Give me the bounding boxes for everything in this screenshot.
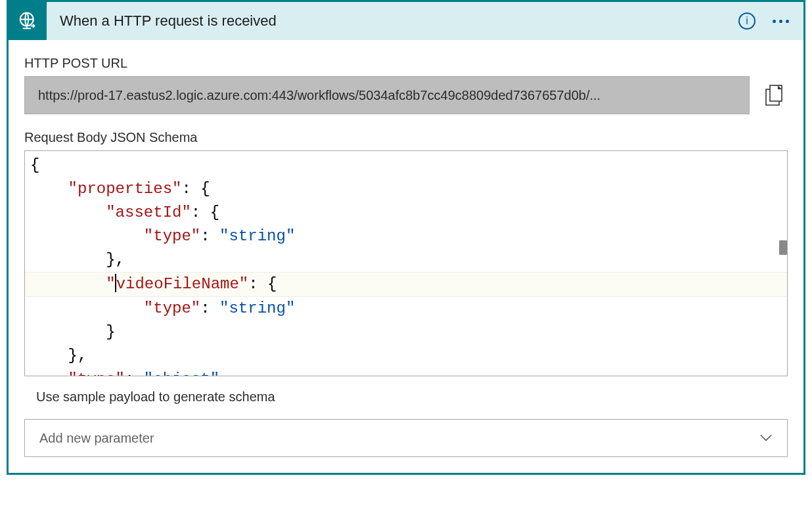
json-token: :	[200, 227, 219, 245]
text-cursor	[115, 274, 116, 292]
json-token: :	[200, 299, 219, 317]
chevron-down-icon	[759, 431, 773, 445]
http-request-trigger-card: When a HTTP request is received i HTTP P…	[7, 0, 805, 475]
json-token: "string"	[219, 227, 295, 245]
json-token: {	[30, 156, 39, 174]
json-token: "type"	[144, 227, 200, 245]
json-token: },	[68, 347, 87, 364]
json-token: "object"	[144, 370, 219, 376]
json-token: : {	[181, 180, 210, 198]
globe-icon-box	[9, 2, 47, 40]
json-token: "type"	[144, 299, 200, 317]
card-header: When a HTTP request is received i	[9, 2, 803, 40]
url-row: https://prod-17.eastus2.logic.azure.com:…	[24, 76, 788, 114]
add-new-parameter-dropdown[interactable]: Add new parameter	[24, 419, 788, 457]
more-menu-icon[interactable]	[773, 20, 789, 23]
http-post-url-field[interactable]: https://prod-17.eastus2.logic.azure.com:…	[24, 76, 750, 114]
json-token: "type"	[68, 370, 125, 376]
json-token: : {	[248, 275, 277, 293]
json-token: },	[106, 251, 125, 269]
card-title: When a HTTP request is received	[60, 12, 738, 30]
json-token: :	[125, 370, 144, 376]
card-body: HTTP POST URL https://prod-17.eastus2.lo…	[9, 40, 803, 473]
json-token: "properties"	[68, 180, 182, 198]
json-token: "assetId"	[106, 204, 191, 221]
scrollbar-thumb[interactable]	[779, 240, 787, 255]
add-param-label: Add new parameter	[39, 431, 154, 446]
url-label: HTTP POST URL	[24, 56, 788, 71]
json-token: : {	[191, 204, 219, 221]
json-token: }	[106, 323, 115, 341]
copy-icon[interactable]	[761, 82, 788, 108]
info-icon[interactable]: i	[738, 12, 756, 30]
json-schema-editor[interactable]: { "properties": { "assetId": { "type": "…	[24, 150, 788, 376]
schema-label: Request Body JSON Schema	[24, 130, 788, 145]
globe-arrow-icon	[18, 11, 37, 31]
json-token: "string"	[219, 299, 295, 317]
generate-schema-link[interactable]: Use sample payload to generate schema	[24, 376, 788, 419]
